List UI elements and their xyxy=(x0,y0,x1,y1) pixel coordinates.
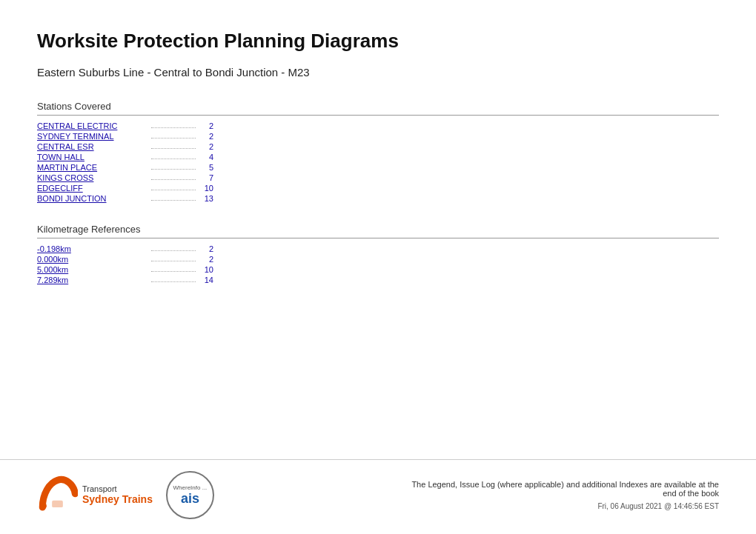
stations-section-header: Stations Covered xyxy=(37,101,719,116)
toc-link[interactable]: BONDI JUNCTION xyxy=(37,194,148,203)
transport-label: Transport xyxy=(82,484,153,493)
toc-dots xyxy=(151,200,196,201)
toc-page: 2 xyxy=(199,244,213,253)
toc-page: 4 xyxy=(199,153,213,161)
list-item: 7.289km14 xyxy=(37,276,245,284)
footer: Transport Sydney Trains WhereInfo ... ai… xyxy=(0,459,756,534)
toc-page: 10 xyxy=(199,265,213,274)
kilometrage-toc: -0.198km20.000km25.000km107.289km14 xyxy=(37,244,245,284)
ais-label: ais xyxy=(181,492,199,505)
toc-link[interactable]: TOWN HALL xyxy=(37,153,148,161)
toc-page: 5 xyxy=(199,163,213,172)
toc-dots xyxy=(151,281,196,282)
toc-dots xyxy=(151,190,196,190)
toc-link[interactable]: 0.000km xyxy=(37,255,148,264)
toc-dots xyxy=(151,169,196,170)
toc-link[interactable]: MARTIN PLACE xyxy=(37,163,148,172)
list-item: TOWN HALL4 xyxy=(37,153,245,161)
toc-link[interactable]: 7.289km xyxy=(37,276,148,284)
toc-link[interactable]: 5.000km xyxy=(37,265,148,274)
toc-dots xyxy=(151,158,196,159)
toc-page: 14 xyxy=(199,276,213,284)
toc-dots xyxy=(151,127,196,128)
toc-dots xyxy=(151,271,196,272)
toc-page: 7 xyxy=(199,173,213,182)
sydney-trains-text: Transport Sydney Trains xyxy=(82,484,153,506)
toc-page: 2 xyxy=(199,132,213,141)
sydney-trains-logo: Transport Sydney Trains xyxy=(37,475,153,515)
toc-link[interactable]: EDGECLIFF xyxy=(37,184,148,193)
stations-section: Stations Covered CENTRAL ELECTRIC2SYDNEY… xyxy=(37,101,719,203)
footer-logos: Transport Sydney Trains WhereInfo ... ai… xyxy=(37,471,214,519)
svg-point-0 xyxy=(42,504,47,509)
sydney-trains-arc-icon xyxy=(37,475,78,515)
kilometrage-section: Kilometrage References -0.198km20.000km2… xyxy=(37,224,719,284)
list-item: SYDNEY TERMINAL2 xyxy=(37,132,245,141)
toc-link[interactable]: -0.198km xyxy=(37,244,148,253)
list-item: CENTRAL ELECTRIC2 xyxy=(37,121,245,130)
toc-page: 10 xyxy=(199,184,213,193)
svg-rect-1 xyxy=(52,501,63,507)
toc-page: 2 xyxy=(199,121,213,130)
stations-toc: CENTRAL ELECTRIC2SYDNEY TERMINAL2CENTRAL… xyxy=(37,121,245,203)
toc-link[interactable]: KINGS CROSS xyxy=(37,173,148,182)
list-item: 5.000km10 xyxy=(37,265,245,274)
toc-link[interactable]: CENTRAL ESR xyxy=(37,142,148,151)
toc-dots xyxy=(151,261,196,261)
list-item: MARTIN PLACE5 xyxy=(37,163,245,172)
sydney-trains-label: Sydney Trains xyxy=(82,493,153,506)
list-item: 0.000km2 xyxy=(37,255,245,264)
list-item: BONDI JUNCTION13 xyxy=(37,194,245,203)
kilometrage-section-header: Kilometrage References xyxy=(37,224,719,238)
footer-note: The Legend, Issue Log (where applicable)… xyxy=(408,480,719,510)
timestamp: Fri, 06 August 2021 @ 14:46:56 EST xyxy=(408,502,719,510)
page-title: Worksite Protection Planning Diagrams xyxy=(37,30,719,53)
page-subtitle: Eastern Suburbs Line - Central to Bondi … xyxy=(37,66,719,79)
list-item: CENTRAL ESR2 xyxy=(37,142,245,151)
toc-dots xyxy=(151,138,196,138)
list-item: -0.198km2 xyxy=(37,244,245,253)
toc-link[interactable]: CENTRAL ELECTRIC xyxy=(37,121,148,130)
toc-page: 2 xyxy=(199,255,213,264)
toc-dots xyxy=(151,250,196,251)
ais-logo: WhereInfo ... ais xyxy=(166,471,214,519)
list-item: EDGECLIFF10 xyxy=(37,184,245,193)
toc-link[interactable]: SYDNEY TERMINAL xyxy=(37,132,148,141)
toc-page: 13 xyxy=(199,194,213,203)
toc-page: 2 xyxy=(199,142,213,151)
toc-dots xyxy=(151,148,196,149)
legend-note-text: The Legend, Issue Log (where applicable)… xyxy=(408,480,719,498)
list-item: KINGS CROSS7 xyxy=(37,173,245,182)
toc-dots xyxy=(151,179,196,180)
